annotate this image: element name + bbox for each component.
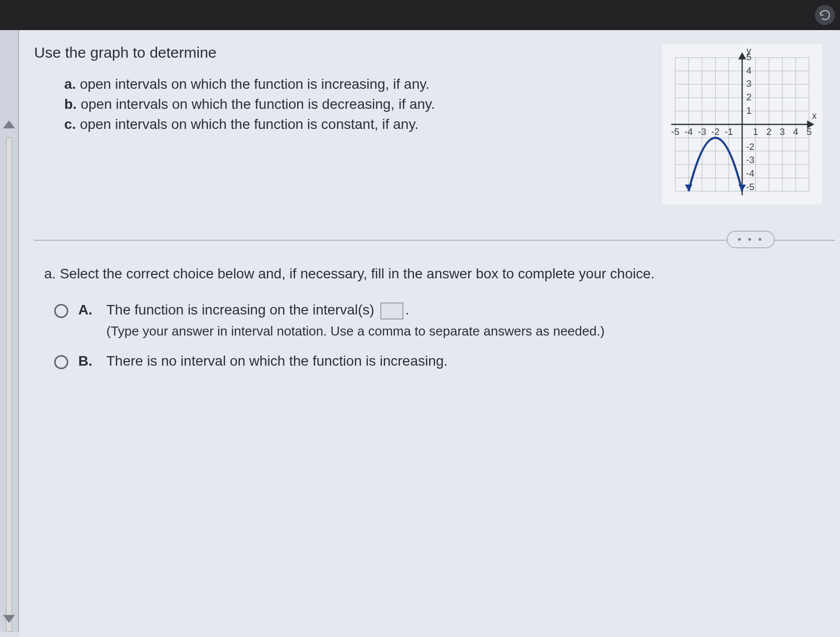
question-panel: Use the graph to determine a. open inter…	[19, 30, 840, 637]
svg-text:-5: -5	[746, 182, 755, 192]
svg-text:4: 4	[793, 126, 798, 137]
scroll-track[interactable]	[6, 137, 12, 632]
choice-b-text: There is no interval on which the functi…	[106, 353, 448, 369]
answer-instruction: a. Select the correct choice below and, …	[44, 266, 835, 282]
radio-choice-a[interactable]	[54, 304, 68, 318]
refresh-button[interactable]	[815, 5, 835, 25]
vertical-scrollbar[interactable]	[0, 30, 19, 632]
refresh-icon	[819, 9, 831, 21]
svg-text:3: 3	[780, 126, 785, 137]
choice-b-label: B.	[78, 353, 96, 369]
svg-text:2: 2	[746, 92, 751, 102]
section-divider	[34, 240, 835, 241]
svg-text:-2: -2	[711, 126, 720, 137]
choice-a-label: A.	[78, 302, 96, 318]
svg-text:-3: -3	[746, 154, 755, 165]
svg-marker-25	[739, 54, 745, 59]
prompt-main: Use the graph to determine	[34, 44, 639, 61]
prompt-part-c: c. open intervals on which the function …	[64, 116, 639, 132]
svg-marker-27	[739, 185, 746, 191]
choice-a-row: A. The function is increasing on the int…	[54, 302, 835, 339]
svg-text:-3: -3	[698, 126, 707, 137]
svg-text:1: 1	[753, 126, 758, 137]
graph-canvas: y x -5-4-3-2-1 12345 54321 -2-3-4-5	[662, 44, 822, 205]
interval-input[interactable]	[380, 302, 403, 320]
svg-text:-4: -4	[746, 168, 755, 179]
scroll-up-icon[interactable]	[3, 120, 15, 128]
svg-text:3: 3	[746, 78, 751, 89]
svg-marker-26	[685, 185, 692, 191]
svg-text:5: 5	[806, 126, 811, 137]
svg-text:1: 1	[746, 105, 751, 116]
x-axis-label: x	[812, 110, 817, 121]
svg-text:-5: -5	[671, 126, 679, 137]
more-dots-button[interactable]: • • •	[727, 231, 775, 248]
radio-choice-b[interactable]	[54, 355, 68, 369]
top-bar	[0, 0, 840, 30]
svg-text:5: 5	[746, 52, 751, 62]
svg-text:-1: -1	[725, 126, 733, 137]
svg-text:-4: -4	[684, 126, 693, 137]
graph-block: y x -5-4-3-2-1 12345 54321 -2-3-4-5	[649, 44, 835, 205]
choice-a-text: The function is increasing on the interv…	[106, 302, 605, 339]
choice-b-row: B. There is no interval on which the fun…	[54, 353, 835, 369]
choice-a-hint: (Type your answer in interval notation. …	[106, 324, 605, 339]
svg-text:-2: -2	[746, 141, 755, 152]
prompt-part-b: b. open intervals on which the function …	[64, 96, 639, 112]
prompt-part-a: a. open intervals on which the function …	[64, 76, 639, 92]
scroll-down-icon[interactable]	[3, 615, 15, 623]
svg-text:4: 4	[746, 65, 751, 76]
svg-text:2: 2	[766, 126, 771, 137]
